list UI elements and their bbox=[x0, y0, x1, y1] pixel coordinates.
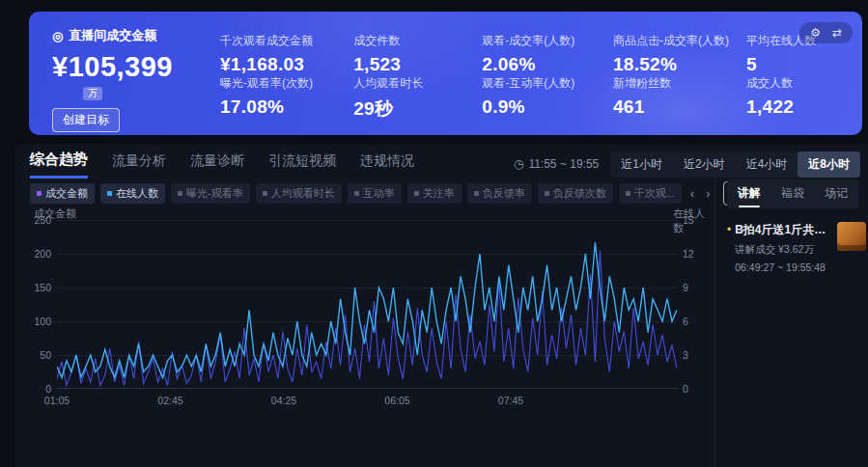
product-thumbnail bbox=[837, 222, 866, 251]
series-dot bbox=[263, 191, 267, 196]
chip-negative-feedback-count[interactable]: 负反馈次数 bbox=[538, 183, 613, 204]
clock-icon: ◷ bbox=[514, 157, 523, 171]
trend-chart-svg bbox=[57, 220, 677, 389]
metric-cell: 成交件数1,523 bbox=[353, 33, 474, 75]
chip-exposure-view-rate[interactable]: 曝光-观看率 bbox=[171, 183, 250, 204]
x-tick: 04:25 bbox=[271, 395, 296, 406]
product-title: B拍4斤送1斤共35-4... bbox=[735, 222, 831, 238]
target-icon: ◎ bbox=[52, 29, 63, 43]
metric-cell: 商品点击-成交率(人数)18.52% bbox=[613, 33, 739, 75]
tab-lucky-bag[interactable]: 福袋 bbox=[770, 179, 814, 208]
primary-metric: ◎ 直播间成交金额 ¥105,399 万 创建目标 bbox=[52, 27, 214, 132]
chip-interaction-rate[interactable]: 互动率 bbox=[348, 183, 402, 204]
chip-avg-watch-time[interactable]: 人均观看时长 bbox=[256, 183, 342, 204]
tab-short-video[interactable]: 引流短视频 bbox=[268, 152, 336, 177]
chip-online-users[interactable]: 在线人数 bbox=[100, 183, 165, 204]
series-dot bbox=[414, 191, 419, 196]
header-metrics-card: ◎ 直播间成交金额 ¥105,399 万 创建目标 千次观看成交金额¥1,168… bbox=[29, 12, 862, 135]
gear-icon[interactable]: ⚙ bbox=[810, 26, 821, 40]
series-dot bbox=[626, 191, 630, 196]
chip-gmv[interactable]: 成交金额 bbox=[30, 183, 95, 204]
time-range: ◷ 11:55 ~ 19:55 bbox=[514, 157, 599, 171]
x-tick: 07:45 bbox=[498, 395, 523, 406]
chips-prev-icon[interactable]: ‹ bbox=[687, 186, 697, 201]
left-axis-ticks: 250 200 150 100 50 0 bbox=[14, 220, 51, 389]
chip-per-thousand-views[interactable]: 千次观... bbox=[619, 183, 682, 204]
explain-list-item[interactable]: • B拍4斤送1斤共35-4... 讲解成交 ¥3.62万 06:49:27 ~… bbox=[727, 222, 858, 273]
plot-area[interactable] bbox=[57, 220, 677, 389]
trend-panel: 综合趋势 流量分析 流量诊断 引流短视频 违规情况 ◷ 11:55 ~ 19:5… bbox=[14, 145, 868, 467]
series-dot bbox=[354, 191, 359, 196]
tab-session-notes[interactable]: 场记 bbox=[815, 179, 858, 208]
header-action-icons: ⚙ ⇄ bbox=[799, 22, 853, 43]
tab-explain[interactable]: 讲解 bbox=[727, 179, 770, 208]
metrics-grid: 千次观看成交金额¥1,168.03 成交件数1,523 观看-成交率(人数)2.… bbox=[220, 33, 835, 122]
metric-cell: 千次观看成交金额¥1,168.03 bbox=[220, 33, 346, 75]
series-dot bbox=[545, 191, 549, 196]
right-axis-ticks: 15 12 9 6 3 0 bbox=[683, 220, 712, 389]
primary-metric-label: 直播间成交金额 bbox=[69, 27, 156, 44]
metric-cell: 人均观看时长29秒 bbox=[353, 75, 474, 122]
bullet-icon: • bbox=[727, 223, 731, 236]
series-dot bbox=[178, 191, 182, 196]
x-tick: 02:45 bbox=[157, 395, 182, 406]
trend-chart: 成交金额 在线人数 250 200 150 100 50 0 15 12 9 6… bbox=[14, 205, 714, 467]
explain-panel-tabs: 讲解 福袋 场记 bbox=[727, 179, 858, 208]
time-filter-1h[interactable]: 近1小时 bbox=[610, 151, 673, 178]
metric-cell: 新增粉丝数461 bbox=[613, 75, 739, 122]
x-tick: 01:05 bbox=[44, 395, 70, 406]
series-dot bbox=[474, 191, 479, 196]
x-axis-ticks: 01:05 02:45 04:25 06:05 07:45 bbox=[57, 395, 677, 408]
explain-gmv: 讲解成交 ¥3.62万 bbox=[735, 243, 831, 257]
swap-icon[interactable]: ⇄ bbox=[832, 26, 842, 40]
unit-badge: 万 bbox=[83, 87, 102, 100]
series-dot bbox=[107, 191, 112, 196]
chip-follow-rate[interactable]: 关注率 bbox=[407, 183, 462, 204]
tab-overall-trend[interactable]: 综合趋势 bbox=[30, 151, 88, 179]
series-dot bbox=[37, 191, 42, 196]
metric-cell: 观看-成交率(人数)2.06% bbox=[482, 33, 605, 75]
metric-chips-row: 成交金额 在线人数 曝光-观看率 人均观看时长 互动率 关注率 负反馈率 负反馈… bbox=[30, 183, 804, 203]
explain-panel: 讲解 福袋 场记 • B拍4斤送1斤共35-4... 讲解成交 ¥3.62万 0… bbox=[714, 174, 864, 467]
metric-cell: 曝光-观看率(次数)17.08% bbox=[220, 75, 346, 122]
create-goal-button[interactable]: 创建目标 bbox=[52, 108, 120, 132]
chips-next-icon[interactable]: › bbox=[703, 186, 713, 201]
primary-metric-value: ¥105,399 bbox=[52, 51, 214, 83]
time-range-text: 11:55 ~ 19:55 bbox=[528, 157, 599, 171]
live-dashboard-page: ◎ 直播间成交金额 ¥105,399 万 创建目标 千次观看成交金额¥1,168… bbox=[0, 0, 868, 467]
tab-traffic-diagnosis[interactable]: 流量诊断 bbox=[190, 152, 244, 177]
tab-violations[interactable]: 违规情况 bbox=[360, 152, 414, 177]
explain-time-span: 06:49:27 ~ 19:55:48 bbox=[735, 261, 831, 273]
x-tick: 06:05 bbox=[384, 395, 409, 406]
chip-negative-feedback-rate[interactable]: 负反馈率 bbox=[467, 183, 532, 204]
tab-traffic-analysis[interactable]: 流量分析 bbox=[112, 152, 166, 177]
metric-cell: 成交人数1,422 bbox=[746, 75, 835, 122]
metric-cell: 观看-互动率(人数)0.9% bbox=[482, 75, 605, 122]
